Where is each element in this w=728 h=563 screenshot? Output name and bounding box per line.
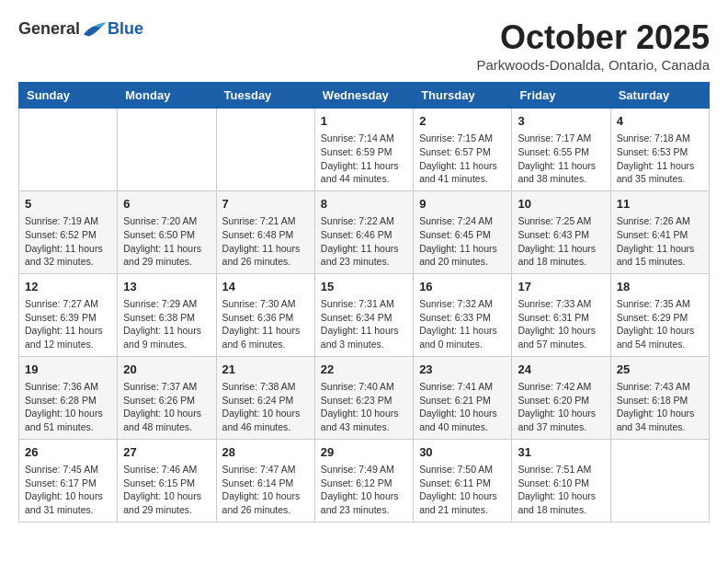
calendar-week-row: 12Sunrise: 7:27 AMSunset: 6:39 PMDayligh… <box>19 273 710 356</box>
daylight-text: Daylight: 11 hours and 9 minutes. <box>123 325 201 350</box>
daylight-text: Daylight: 11 hours and 29 minutes. <box>123 243 201 268</box>
day-number: 4 <box>617 113 703 130</box>
calendar-cell: 26Sunrise: 7:45 AMSunset: 6:17 PMDayligh… <box>19 439 118 522</box>
cell-content: 6Sunrise: 7:20 AMSunset: 6:50 PMDaylight… <box>123 196 210 269</box>
daylight-text: Daylight: 11 hours and 3 minutes. <box>321 325 399 350</box>
day-number: 20 <box>123 362 210 378</box>
daylight-text: Daylight: 10 hours and 26 minutes. <box>222 490 301 515</box>
cell-content: 25Sunrise: 7:43 AMSunset: 6:18 PMDayligh… <box>617 362 703 434</box>
sunrise-text: Sunrise: 7:14 AM <box>321 132 394 144</box>
daylight-text: Daylight: 10 hours and 18 minutes. <box>518 490 596 515</box>
day-number: 6 <box>123 196 210 213</box>
sunset-text: Sunset: 6:52 PM <box>25 229 97 240</box>
sunset-text: Sunset: 6:14 PM <box>222 477 294 488</box>
daylight-text: Daylight: 10 hours and 23 minutes. <box>321 490 399 515</box>
calendar-cell: 20Sunrise: 7:37 AMSunset: 6:26 PMDayligh… <box>118 356 216 439</box>
sunset-text: Sunset: 6:39 PM <box>25 312 97 323</box>
day-number: 23 <box>419 362 506 378</box>
daylight-text: Daylight: 11 hours and 38 minutes. <box>518 160 596 185</box>
sunset-text: Sunset: 6:17 PM <box>25 477 97 488</box>
calendar-cell: 18Sunrise: 7:35 AMSunset: 6:29 PMDayligh… <box>610 273 709 356</box>
calendar-day-header: Wednesday <box>314 83 413 109</box>
day-number: 27 <box>123 444 210 461</box>
calendar-cell: 12Sunrise: 7:27 AMSunset: 6:39 PMDayligh… <box>19 273 118 356</box>
cell-content: 12Sunrise: 7:27 AMSunset: 6:39 PMDayligh… <box>25 279 111 351</box>
calendar-cell: 10Sunrise: 7:25 AMSunset: 6:43 PMDayligh… <box>512 190 610 273</box>
day-number: 3 <box>518 113 604 130</box>
daylight-text: Daylight: 11 hours and 23 minutes. <box>321 243 399 268</box>
sunrise-text: Sunrise: 7:27 AM <box>25 298 98 309</box>
sunset-text: Sunset: 6:36 PM <box>222 312 294 323</box>
day-number: 9 <box>419 196 506 213</box>
daylight-text: Daylight: 10 hours and 57 minutes. <box>518 325 596 350</box>
calendar-cell: 6Sunrise: 7:20 AMSunset: 6:50 PMDaylight… <box>118 190 216 273</box>
day-number: 5 <box>25 196 111 213</box>
calendar-cell: 2Sunrise: 7:15 AMSunset: 6:57 PMDaylight… <box>414 109 512 191</box>
sunset-text: Sunset: 6:10 PM <box>518 477 589 488</box>
location-subtitle: Parkwoods-Donalda, Ontario, Canada <box>477 57 710 73</box>
day-number: 25 <box>617 362 703 378</box>
calendar-cell <box>118 109 216 191</box>
calendar-day-header: Friday <box>512 83 610 109</box>
cell-content: 9Sunrise: 7:24 AMSunset: 6:45 PMDaylight… <box>419 196 506 269</box>
calendar-day-header: Sunday <box>19 83 118 109</box>
cell-content: 5Sunrise: 7:19 AMSunset: 6:52 PMDaylight… <box>25 196 111 269</box>
daylight-text: Daylight: 11 hours and 26 minutes. <box>222 243 301 268</box>
cell-content: 11Sunrise: 7:26 AMSunset: 6:41 PMDayligh… <box>617 196 703 269</box>
daylight-text: Daylight: 10 hours and 54 minutes. <box>617 325 695 350</box>
cell-content: 1Sunrise: 7:14 AMSunset: 6:59 PMDaylight… <box>321 113 407 186</box>
calendar-cell <box>216 109 314 191</box>
cell-content: 14Sunrise: 7:30 AMSunset: 6:36 PMDayligh… <box>222 279 309 351</box>
sunset-text: Sunset: 6:57 PM <box>419 146 491 157</box>
calendar-week-row: 5Sunrise: 7:19 AMSunset: 6:52 PMDaylight… <box>19 190 710 273</box>
calendar-cell: 25Sunrise: 7:43 AMSunset: 6:18 PMDayligh… <box>610 356 709 439</box>
sunrise-text: Sunrise: 7:21 AM <box>222 215 296 226</box>
sunrise-text: Sunrise: 7:18 AM <box>617 132 690 144</box>
sunrise-text: Sunrise: 7:20 AM <box>123 215 197 226</box>
sunset-text: Sunset: 6:48 PM <box>222 229 294 240</box>
sunset-text: Sunset: 6:26 PM <box>123 395 195 406</box>
calendar-cell <box>19 109 118 191</box>
calendar-cell: 21Sunrise: 7:38 AMSunset: 6:24 PMDayligh… <box>216 356 314 439</box>
day-number: 14 <box>222 279 309 295</box>
daylight-text: Daylight: 10 hours and 37 minutes. <box>518 408 596 432</box>
sunrise-text: Sunrise: 7:31 AM <box>321 298 394 309</box>
cell-content: 23Sunrise: 7:41 AMSunset: 6:21 PMDayligh… <box>419 362 506 434</box>
sunrise-text: Sunrise: 7:45 AM <box>25 464 98 475</box>
sunset-text: Sunset: 6:18 PM <box>617 395 688 406</box>
sunrise-text: Sunrise: 7:36 AM <box>25 381 98 392</box>
month-title: October 2025 <box>477 18 710 57</box>
day-number: 26 <box>25 444 111 461</box>
cell-content: 26Sunrise: 7:45 AMSunset: 6:17 PMDayligh… <box>25 444 111 517</box>
sunrise-text: Sunrise: 7:25 AM <box>518 215 591 226</box>
daylight-text: Daylight: 11 hours and 20 minutes. <box>419 243 497 268</box>
sunset-text: Sunset: 6:43 PM <box>518 229 589 240</box>
cell-content: 31Sunrise: 7:51 AMSunset: 6:10 PMDayligh… <box>518 444 604 517</box>
calendar-cell: 8Sunrise: 7:22 AMSunset: 6:46 PMDaylight… <box>314 190 413 273</box>
calendar-cell: 30Sunrise: 7:50 AMSunset: 6:11 PMDayligh… <box>414 439 512 522</box>
calendar-cell: 27Sunrise: 7:46 AMSunset: 6:15 PMDayligh… <box>118 439 216 522</box>
logo: General Blue <box>18 18 143 39</box>
day-number: 24 <box>518 362 604 378</box>
calendar-week-row: 19Sunrise: 7:36 AMSunset: 6:28 PMDayligh… <box>19 356 710 439</box>
calendar-cell: 11Sunrise: 7:26 AMSunset: 6:41 PMDayligh… <box>610 190 709 273</box>
cell-content: 15Sunrise: 7:31 AMSunset: 6:34 PMDayligh… <box>321 279 407 351</box>
calendar-cell: 16Sunrise: 7:32 AMSunset: 6:33 PMDayligh… <box>414 273 512 356</box>
sunrise-text: Sunrise: 7:49 AM <box>321 464 394 475</box>
daylight-text: Daylight: 10 hours and 43 minutes. <box>321 408 399 432</box>
calendar-cell: 7Sunrise: 7:21 AMSunset: 6:48 PMDaylight… <box>216 190 314 273</box>
calendar-cell: 15Sunrise: 7:31 AMSunset: 6:34 PMDayligh… <box>314 273 413 356</box>
day-number: 1 <box>321 113 407 130</box>
calendar-cell: 23Sunrise: 7:41 AMSunset: 6:21 PMDayligh… <box>414 356 512 439</box>
calendar-cell: 13Sunrise: 7:29 AMSunset: 6:38 PMDayligh… <box>118 273 216 356</box>
cell-content: 19Sunrise: 7:36 AMSunset: 6:28 PMDayligh… <box>25 362 111 434</box>
cell-content: 24Sunrise: 7:42 AMSunset: 6:20 PMDayligh… <box>518 362 604 434</box>
sunrise-text: Sunrise: 7:32 AM <box>419 298 493 309</box>
calendar-cell: 9Sunrise: 7:24 AMSunset: 6:45 PMDaylight… <box>414 190 512 273</box>
sunrise-text: Sunrise: 7:46 AM <box>123 464 197 475</box>
daylight-text: Daylight: 10 hours and 40 minutes. <box>419 408 497 432</box>
cell-content: 16Sunrise: 7:32 AMSunset: 6:33 PMDayligh… <box>419 279 506 351</box>
calendar-cell: 24Sunrise: 7:42 AMSunset: 6:20 PMDayligh… <box>512 356 610 439</box>
sunrise-text: Sunrise: 7:40 AM <box>321 381 394 392</box>
cell-content: 8Sunrise: 7:22 AMSunset: 6:46 PMDaylight… <box>321 196 407 269</box>
